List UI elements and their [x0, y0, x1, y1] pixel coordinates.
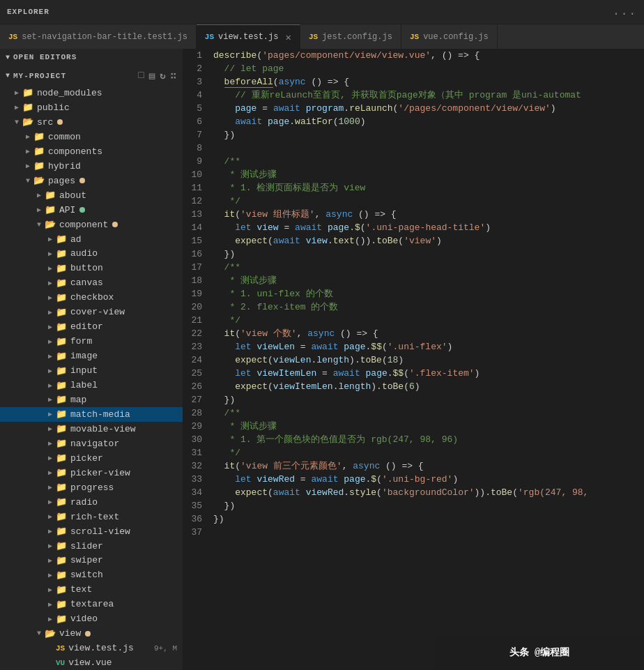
sidebar-item-image[interactable]: ▶ 📁 image: [0, 349, 183, 363]
line-numbers: 1 2 3 4 5 6 7 8 9 10 11 12 13 14 15 16 1…: [183, 49, 208, 670]
folder-icon-audio: 📁: [56, 248, 67, 259]
sidebar-item-picker[interactable]: ▶ 📁 picker: [0, 451, 183, 466]
arrow-scroll-view: ▶: [45, 527, 56, 535]
sidebar-item-ad[interactable]: ▶ 📁 ad: [0, 232, 183, 247]
sidebar-item-hybrid[interactable]: ▶ 📁 hybrid: [0, 159, 183, 174]
folder-icon-image: 📁: [56, 351, 67, 362]
arrow-radio: ▶: [45, 498, 56, 506]
sidebar-item-view-test-js[interactable]: JS view.test.js 9+, M: [0, 641, 183, 655]
folder-icon-canvas: 📁: [56, 277, 67, 289]
js-icon-set-nav: JS: [8, 33, 17, 41]
tab-close-view-test[interactable]: ✕: [285, 31, 291, 43]
sidebar-item-input[interactable]: ▶ 📁 input: [0, 363, 183, 378]
sidebar-item-component[interactable]: ▼ 📂 component: [0, 218, 183, 232]
label-text: text: [70, 584, 92, 595]
section-my-project[interactable]: ▼ MY-PROJECT □ ▤ ↻ ∷: [0, 66, 183, 86]
sidebar-item-swiper[interactable]: ▶ 📁 swiper: [0, 554, 183, 568]
sidebar-item-cover-view[interactable]: ▶ 📁 cover-view: [0, 305, 183, 319]
arrow-label: ▶: [45, 381, 56, 390]
sidebar-item-public[interactable]: ▶ 📁 public: [0, 100, 183, 115]
code-line-34: expect(await viewRed.style('backgroundCo…: [213, 486, 638, 499]
sidebar-item-radio[interactable]: ▶ 📁 radio: [0, 495, 183, 510]
sidebar-item-checkbox[interactable]: ▶ 📁 checkbox: [0, 290, 183, 305]
code-line-12: */: [213, 195, 638, 208]
tab-jest-config[interactable]: JS jest.config.js: [300, 24, 401, 49]
section-open-editors[interactable]: ▼ OPEN EDITORS: [0, 49, 183, 66]
sidebar-item-src[interactable]: ▼ 📂 src: [0, 115, 183, 130]
ln-26: 26: [183, 380, 202, 393]
sidebar-item-button[interactable]: ▶ 📁 button: [0, 261, 183, 275]
sidebar-item-navigator[interactable]: ▶ 📁 navigator: [0, 436, 183, 451]
sidebar-item-slider[interactable]: ▶ 📁 slider: [0, 539, 183, 554]
tab-set-nav[interactable]: JS set-navigation-bar-title.test1.js: [0, 24, 197, 49]
new-folder-icon[interactable]: ▤: [149, 70, 155, 82]
ln-22: 22: [183, 327, 202, 340]
tab-vue-config[interactable]: JS vue.config.js: [401, 24, 498, 49]
sidebar-item-audio[interactable]: ▶ 📁 audio: [0, 246, 183, 261]
sidebar-item-text[interactable]: ▶ 📁 text: [0, 582, 183, 597]
sidebar-item-canvas[interactable]: ▶ 📁 canvas: [0, 275, 183, 290]
sidebar-item-editor[interactable]: ▶ 📁 editor: [0, 319, 183, 334]
folder-icon-switch: 📁: [56, 570, 67, 581]
arrow-image: ▶: [45, 352, 56, 360]
folder-icon-components: 📁: [33, 146, 45, 157]
folder-icon-cover-view: 📁: [56, 307, 67, 318]
new-file-icon[interactable]: □: [138, 70, 144, 82]
collapse-icon[interactable]: ∷: [171, 70, 177, 82]
ln-15: 15: [183, 234, 202, 248]
folder-icon-component: 📂: [45, 219, 56, 230]
title-bar-dots[interactable]: ...: [613, 6, 637, 18]
sidebar-item-map[interactable]: ▶ 📁 map: [0, 393, 183, 407]
editor-area[interactable]: 1 2 3 4 5 6 7 8 9 10 11 12 13 14 15 16 1…: [183, 49, 644, 670]
tab-label-set-nav: set-navigation-bar-title.test1.js: [22, 32, 187, 42]
label-switch: switch: [70, 570, 103, 580]
sidebar-item-components[interactable]: ▶ 📁 components: [0, 144, 183, 159]
sidebar-item-label[interactable]: ▶ 📁 label: [0, 378, 183, 393]
js-icon-jest: JS: [309, 33, 318, 41]
tab-view-test[interactable]: JS view.test.js ✕: [197, 24, 300, 49]
code-line-11: * 1. 检测页面标题是否为 view: [213, 181, 638, 195]
code-line-13: it('view 组件标题', async () => {: [213, 208, 638, 221]
arrow-ad: ▶: [45, 235, 56, 243]
sidebar-item-rich-text[interactable]: ▶ 📁 rich-text: [0, 510, 183, 524]
arrow-rich-text: ▶: [45, 512, 56, 521]
sidebar-item-picker-view[interactable]: ▶ 📁 picker-view: [0, 466, 183, 480]
label-view-vue: view.vue: [68, 657, 112, 668]
sidebar-item-video[interactable]: ▶ 📁 video: [0, 611, 183, 626]
ln-19: 19: [183, 287, 202, 300]
sidebar-item-form[interactable]: ▶ 📁 form: [0, 334, 183, 349]
folder-icon-scroll-view: 📁: [56, 526, 67, 537]
arrow-input: ▶: [45, 367, 56, 375]
folder-icon-api: 📁: [45, 204, 56, 215]
sidebar-item-view-vue[interactable]: VU view.vue: [0, 655, 183, 670]
label-pages: pages: [48, 176, 75, 186]
ln-12: 12: [183, 195, 202, 208]
arrow-navigator: ▶: [45, 439, 56, 448]
sidebar-item-about[interactable]: ▶ 📁 about: [0, 188, 183, 203]
code-lines[interactable]: describe('pages/component/view/view.vue'…: [208, 49, 644, 670]
sidebar-item-api[interactable]: ▶ 📁 API: [0, 203, 183, 218]
sidebar-item-common[interactable]: ▶ 📁 common: [0, 130, 183, 144]
folder-icon-rich-text: 📁: [56, 511, 67, 522]
section-icons-my-project: □ ▤ ↻ ∷: [138, 70, 177, 82]
sidebar-item-match-media[interactable]: ▶ 📁 match-media: [0, 407, 183, 422]
sidebar-item-view[interactable]: ▼ 📂 view: [0, 626, 183, 641]
arrow-picker: ▶: [45, 454, 56, 462]
code-line-3: beforeAll(async () => {: [213, 75, 638, 89]
sidebar-item-pages[interactable]: ▼ 📂 pages: [0, 174, 183, 188]
ln-28: 28: [183, 406, 202, 420]
dot-pages: [79, 178, 85, 183]
ln-33: 33: [183, 473, 202, 486]
arrow-progress: ▶: [45, 483, 56, 492]
sidebar-item-movable-view[interactable]: ▶ 📁 movable-view: [0, 422, 183, 436]
sidebar-item-scroll-view[interactable]: ▶ 📁 scroll-view: [0, 524, 183, 539]
sidebar-item-textarea[interactable]: ▶ 📁 textarea: [0, 597, 183, 611]
refresh-icon[interactable]: ↻: [160, 70, 166, 82]
sidebar-item-node-modules[interactable]: ▶ 📁 node_modules: [0, 86, 183, 100]
sidebar-item-switch[interactable]: ▶ 📁 switch: [0, 568, 183, 582]
sidebar-item-progress[interactable]: ▶ 📁 progress: [0, 480, 183, 495]
folder-icon-button: 📁: [56, 263, 67, 274]
folder-icon-progress: 📁: [56, 482, 67, 493]
code-line-15: expect(await view.text()).toBe('view'): [213, 234, 638, 248]
label-progress: progress: [70, 482, 114, 493]
